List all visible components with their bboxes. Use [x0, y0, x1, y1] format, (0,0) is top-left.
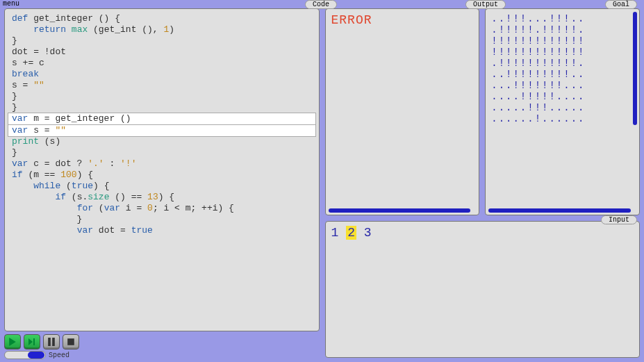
input-panel: Input 1 2 3	[325, 221, 641, 358]
goal-scrollbar-h[interactable]	[488, 208, 631, 213]
input-content: 1 2 3	[331, 226, 634, 240]
svg-marker-0	[9, 338, 16, 346]
code-editor[interactable]: def get_integer () { return max (get_int…	[4, 8, 320, 331]
svg-rect-5	[67, 338, 74, 345]
code-line[interactable]: if (s.size () == 13) {	[8, 192, 316, 203]
input-panel-label-top: Input	[601, 215, 637, 224]
code-line[interactable]: s += c	[8, 58, 316, 69]
code-line[interactable]: var s = ""	[8, 124, 316, 137]
speed-slider[interactable]	[4, 351, 46, 359]
pause-button[interactable]	[43, 334, 60, 349]
output-panel-label-top: Output	[465, 0, 506, 9]
code-line[interactable]: }	[8, 35, 316, 47]
play-icon	[8, 338, 17, 346]
play-button[interactable]	[4, 334, 21, 349]
goal-scrollbar-v[interactable]	[633, 12, 637, 125]
input-token: 1	[331, 226, 339, 240]
goal-panel: Goal ..!!!...!!!.. .!!!!!.!!!!!. !!!!!!!…	[485, 8, 640, 215]
code-line[interactable]: var dot = true	[8, 225, 316, 236]
code-line[interactable]: print (s)	[8, 136, 316, 147]
code-line[interactable]: if (m == 100) {	[8, 170, 316, 181]
code-line[interactable]: }	[8, 147, 316, 158]
code-line[interactable]: }	[8, 102, 316, 113]
code-line[interactable]: return max (get_int (), 1)	[8, 24, 316, 35]
playback-controls	[4, 331, 320, 351]
stop-icon	[67, 338, 75, 346]
svg-rect-4	[52, 338, 55, 346]
svg-marker-1	[28, 338, 33, 345]
pause-icon	[47, 338, 56, 346]
stop-button[interactable]	[63, 334, 79, 349]
goal-content: ..!!!...!!!.. .!!!!!.!!!!!. !!!!!!!!!!!!…	[491, 13, 634, 124]
output-panel: Output ERROR	[325, 8, 480, 215]
code-line[interactable]: dot = !dot	[8, 47, 316, 58]
output-scrollbar-h[interactable]	[329, 208, 471, 213]
code-line[interactable]: var c = dot ? '.' : '!'	[8, 158, 316, 170]
code-line[interactable]: }	[8, 214, 316, 225]
input-token: 3	[364, 226, 372, 240]
svg-rect-2	[33, 338, 35, 345]
output-error: ERROR	[331, 13, 474, 27]
step-icon	[28, 338, 36, 346]
code-line[interactable]: while (true) {	[8, 181, 316, 192]
goal-panel-label-top: Goal	[605, 0, 637, 9]
speed-label: Speed	[49, 352, 69, 359]
code-line[interactable]: var m = get_integer ()	[8, 113, 316, 125]
menu-label[interactable]: menu	[3, 0, 19, 8]
code-line[interactable]: def get_integer () {	[8, 13, 316, 24]
input-token: 2	[346, 226, 356, 240]
svg-rect-3	[48, 338, 51, 346]
code-line[interactable]: break	[8, 69, 316, 80]
step-button[interactable]	[24, 334, 40, 349]
speed-slider-thumb[interactable]	[28, 352, 44, 359]
code-line[interactable]: }	[8, 91, 316, 102]
code-line[interactable]: for (var i = 0; i < m; ++i) {	[8, 203, 316, 214]
code-panel-label-top: Code	[305, 0, 337, 9]
code-line[interactable]: s = ""	[8, 80, 316, 91]
